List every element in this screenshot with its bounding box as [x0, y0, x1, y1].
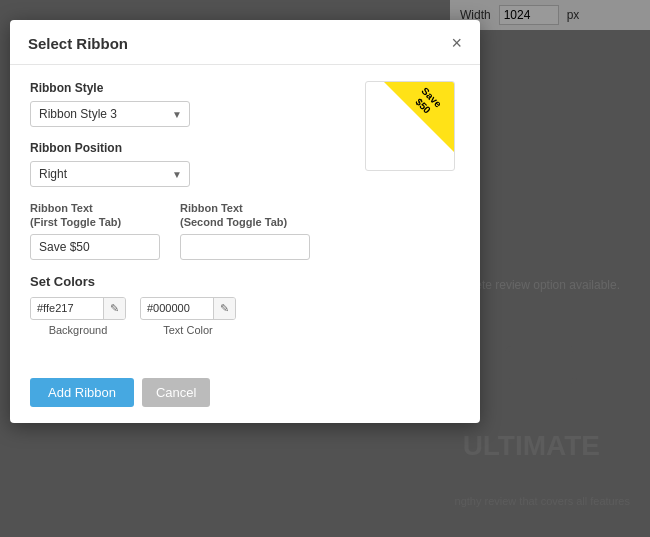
ribbon-preview-box: Save $50	[365, 81, 455, 171]
cancel-button[interactable]: Cancel	[142, 378, 210, 407]
set-colors-label: Set Colors	[30, 274, 340, 289]
ribbon-style-select[interactable]: Ribbon Style 1 Ribbon Style 2 Ribbon Sty…	[30, 101, 190, 127]
ribbon-text-group: Ribbon Text (First Toggle Tab) Ribbon Te…	[30, 201, 340, 274]
background-color-label: Background	[30, 324, 126, 336]
add-ribbon-button[interactable]: Add Ribbon	[30, 378, 134, 407]
ribbon-text-first-input[interactable]	[30, 234, 160, 260]
ribbon-text-second-group: Ribbon Text (Second Toggle Tab)	[180, 201, 310, 260]
ribbon-preview-section: Save $50	[360, 81, 460, 350]
background-color-item: ✎ Background	[30, 297, 126, 336]
ribbon-text-first-group: Ribbon Text (First Toggle Tab)	[30, 201, 160, 260]
ribbon-text-second-input[interactable]	[180, 234, 310, 260]
ribbon-text-second-label: Ribbon Text (Second Toggle Tab)	[180, 201, 310, 230]
close-button[interactable]: ×	[451, 34, 462, 52]
set-colors-group: Set Colors ✎ Background ✎	[30, 274, 340, 336]
ribbon-style-label: Ribbon Style	[30, 81, 340, 95]
modal-title: Select Ribbon	[28, 35, 128, 52]
modal-header: Select Ribbon ×	[10, 20, 480, 65]
modal-body: Ribbon Style Ribbon Style 1 Ribbon Style…	[10, 65, 480, 366]
ribbon-style-select-wrapper: Ribbon Style 1 Ribbon Style 2 Ribbon Sty…	[30, 101, 190, 127]
ribbon-position-group: Ribbon Position Left Right Top Left Top …	[30, 141, 340, 187]
ribbon-text-first-label: Ribbon Text (First Toggle Tab)	[30, 201, 160, 230]
colors-row: ✎ Background ✎ Text Color	[30, 297, 340, 336]
background-color-input[interactable]	[31, 298, 103, 318]
ribbon-style-group: Ribbon Style Ribbon Style 1 Ribbon Style…	[30, 81, 340, 127]
ribbon-position-label: Ribbon Position	[30, 141, 340, 155]
text-color-input-row: ✎	[140, 297, 236, 320]
ribbon-position-select[interactable]: Left Right Top Left Top Right	[30, 161, 190, 187]
ribbon-position-select-wrapper: Left Right Top Left Top Right ▼	[30, 161, 190, 187]
text-color-label: Text Color	[140, 324, 236, 336]
text-color-picker-button[interactable]: ✎	[213, 298, 235, 319]
background-color-input-row: ✎	[30, 297, 126, 320]
modal-footer: Add Ribbon Cancel	[10, 366, 480, 423]
background-color-picker-button[interactable]: ✎	[103, 298, 125, 319]
text-color-item: ✎ Text Color	[140, 297, 236, 336]
text-color-input[interactable]	[141, 298, 213, 318]
modal-left-section: Ribbon Style Ribbon Style 1 Ribbon Style…	[30, 81, 340, 350]
select-ribbon-modal: Select Ribbon × Ribbon Style Ribbon Styl…	[10, 20, 480, 423]
